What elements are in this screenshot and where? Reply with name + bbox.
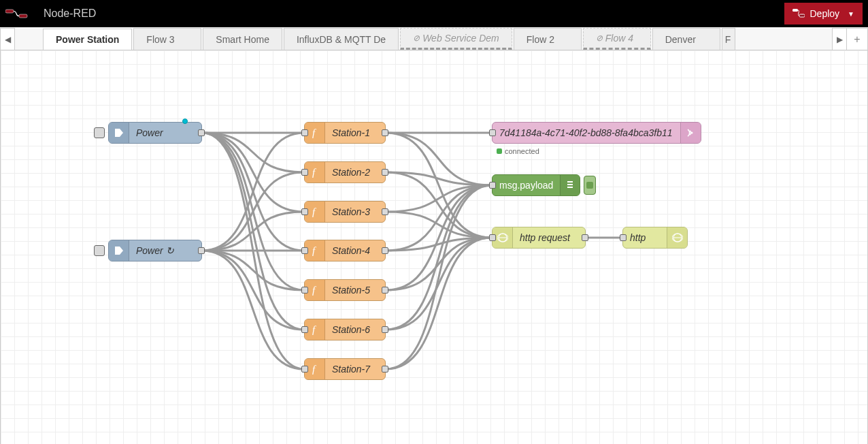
deploy-button[interactable]: Deploy ▼ (784, 3, 863, 25)
app-title: Node-RED (44, 7, 96, 20)
tab-label: Flow 3 (146, 34, 174, 45)
add-tab-button[interactable]: + (846, 28, 868, 50)
tab-label: Denver (665, 34, 696, 45)
tab (14, 28, 41, 50)
tab[interactable]: Flow 2 (514, 28, 582, 50)
tab-label: Flow 2 (527, 34, 554, 45)
tab-label: Smart Home (216, 34, 269, 45)
tabs-container: Power StationFlow 3Smart HomeInfluxDB & … (14, 28, 833, 50)
tab-disabled[interactable]: ⊘Web Service Dem (400, 28, 512, 50)
tab-scroll-right-button[interactable]: ▶ (832, 28, 847, 50)
tab-label: Flow 4 (605, 33, 633, 44)
svg-rect-3 (799, 14, 805, 17)
app-header: Node-RED Deploy ▼ (0, 0, 868, 27)
tab-disabled[interactable]: ⊘Flow 4 (583, 28, 651, 50)
disabled-icon: ⊘ (596, 33, 603, 43)
tab-label: Power Station (56, 34, 119, 45)
tab[interactable]: Denver (652, 28, 720, 50)
svg-rect-2 (792, 9, 798, 12)
tab-scroll-left-button[interactable]: ◀ (0, 28, 15, 50)
svg-rect-1 (19, 14, 27, 18)
tab[interactable]: F (722, 28, 735, 50)
caret-down-icon: ▼ (848, 10, 854, 18)
node-red-logo-icon (5, 7, 38, 20)
svg-rect-0 (5, 10, 14, 13)
tab-active[interactable]: Power Station (43, 29, 132, 50)
tab[interactable]: InfluxDB & MQTT De (284, 28, 399, 50)
disabled-icon: ⊘ (413, 33, 420, 43)
deploy-label: Deploy (810, 8, 840, 19)
deploy-icon (792, 8, 805, 20)
tab-bar: ◀ Power StationFlow 3Smart HomeInfluxDB … (0, 27, 868, 50)
tab-label: F (725, 34, 731, 45)
tab[interactable]: Flow 3 (133, 28, 201, 50)
tab[interactable]: Smart Home (203, 28, 282, 50)
tab-label: InfluxDB & MQTT De (297, 34, 386, 45)
tab-label: Web Service Dem (422, 33, 499, 44)
